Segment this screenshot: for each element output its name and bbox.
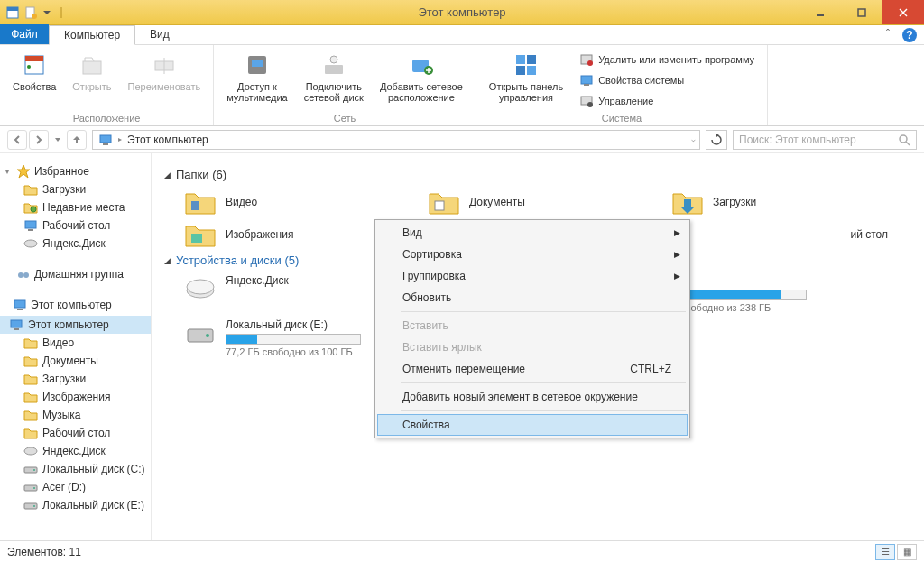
folder-desktop-partial[interactable]: ий стол: [671, 221, 888, 248]
ctx-group[interactable]: Группировка▶: [377, 265, 688, 287]
properties-qat-icon[interactable]: [5, 5, 20, 20]
sidebar-item-desktop[interactable]: Рабочий стол: [0, 217, 151, 235]
svg-point-30: [587, 102, 593, 107]
rename-icon: [150, 51, 179, 79]
search-icon[interactable]: [898, 134, 910, 146]
ctx-properties[interactable]: Свойства: [377, 414, 688, 436]
ctx-separator: [401, 311, 686, 312]
tab-computer[interactable]: Компьютер: [49, 25, 135, 45]
add-network-location-button[interactable]: Добавить сетевое расположение: [376, 49, 467, 105]
properties-button[interactable]: Свойства: [9, 49, 60, 94]
map-drive-label: Подключить сетевой диск: [304, 81, 364, 103]
svg-rect-24: [527, 66, 536, 75]
sidebar-item-downloads-pc[interactable]: Загрузки: [0, 370, 151, 388]
yandex-icon: [23, 444, 38, 458]
up-button[interactable]: [67, 130, 87, 150]
title-bar: Этот компьютер: [0, 0, 924, 25]
back-button[interactable]: [7, 130, 27, 150]
view-details-button[interactable]: ☰: [875, 544, 895, 560]
ctx-add-network[interactable]: Добавить новый элемент в сетевое окружен…: [377, 386, 688, 408]
homegroup-icon: [16, 267, 31, 281]
ctx-sort[interactable]: Сортировка▶: [377, 244, 688, 265]
open-button[interactable]: Открыть: [69, 49, 115, 94]
status-bar: Элементов: 11 ☰ ▦: [0, 540, 924, 562]
sidebar-item-videos[interactable]: Видео: [0, 334, 151, 352]
sidebar-item-drive-d[interactable]: Acer (D:): [0, 478, 151, 496]
folders-group-header[interactable]: ◢Папки (6): [164, 168, 911, 181]
sidebar-this-pc-selected[interactable]: Этот компьютер: [0, 316, 151, 334]
favorites-header[interactable]: ▾Избранное: [0, 162, 151, 180]
search-input[interactable]: Поиск: Этот компьютер: [733, 130, 917, 150]
drive-e-usage-bar: [226, 334, 361, 345]
maximize-button[interactable]: [841, 0, 882, 24]
map-drive-icon: [319, 51, 348, 79]
drive-e[interactable]: Локальный диск (E:) 77,2 ГБ свободно из …: [184, 318, 401, 357]
media-access-button[interactable]: Доступ к мультимедиа: [223, 49, 291, 105]
svg-point-40: [23, 272, 29, 278]
uninstall-program-link[interactable]: Удалить или изменить программу: [576, 51, 758, 69]
computer-icon: [98, 133, 113, 147]
ribbon-group-location: Свойства Открыть Переименовать Расположе…: [0, 45, 214, 125]
rename-button[interactable]: Переименовать: [125, 49, 205, 94]
tab-file[interactable]: Файл: [0, 24, 49, 44]
folder-documents[interactable]: Документы: [428, 189, 644, 216]
properties-label: Свойства: [13, 81, 56, 92]
drive-yandex[interactable]: Яндекс.Диск: [184, 274, 401, 313]
sidebar-item-music[interactable]: Музыка: [0, 406, 151, 424]
svg-rect-6: [858, 9, 865, 16]
drive-d-partial[interactable]: D:) Б свободно из 238 ГБ: [671, 274, 888, 313]
sidebar-item-desktop-pc[interactable]: Рабочий стол: [0, 424, 151, 442]
system-properties-link[interactable]: Свойства системы: [576, 71, 758, 89]
refresh-button[interactable]: [706, 130, 727, 150]
new-qat-icon[interactable]: [23, 5, 38, 20]
tab-view[interactable]: Вид: [135, 24, 184, 44]
svg-point-18: [330, 56, 337, 63]
folder-downloads[interactable]: Загрузки: [671, 189, 888, 216]
close-button[interactable]: [882, 0, 924, 24]
homegroup-header[interactable]: Домашняя группа: [0, 265, 151, 283]
forward-button[interactable]: [29, 130, 49, 150]
svg-point-38: [24, 240, 37, 247]
svg-rect-31: [100, 135, 111, 143]
breadcrumb-this-pc[interactable]: Этот компьютер: [127, 134, 208, 146]
this-pc-header[interactable]: Этот компьютер: [0, 296, 151, 314]
map-drive-button[interactable]: Подключить сетевой диск: [300, 49, 367, 105]
qat-dropdown-icon[interactable]: [42, 5, 56, 20]
sidebar-item-downloads[interactable]: Загрузки: [0, 180, 151, 198]
sidebar-item-yandex-disk-fav[interactable]: Яндекс.Диск: [0, 235, 151, 253]
sidebar-item-documents[interactable]: Документы: [0, 352, 151, 370]
sidebar-item-drive-c[interactable]: Локальный диск (C:): [0, 460, 151, 478]
sidebar-item-pictures[interactable]: Изображения: [0, 388, 151, 406]
folder-pictures[interactable]: Изображения: [184, 221, 401, 248]
folder-video[interactable]: Видео: [184, 189, 401, 216]
ctx-undo-move[interactable]: Отменить перемещениеCTRL+Z: [377, 358, 688, 380]
control-panel-button[interactable]: Открыть панель управления: [485, 49, 567, 105]
address-dropdown-icon[interactable]: ⌵: [691, 135, 696, 143]
recent-dropdown[interactable]: [51, 130, 65, 150]
sidebar-item-drive-e[interactable]: Локальный диск (E:): [0, 496, 151, 514]
folder-icon: [23, 182, 38, 197]
svg-point-26: [587, 60, 593, 66]
ctx-refresh[interactable]: Обновить: [377, 287, 688, 309]
drive-icon: [23, 462, 38, 476]
manage-link[interactable]: Управление: [576, 92, 758, 110]
minimize-button[interactable]: [799, 0, 841, 24]
computer-icon: [9, 318, 23, 332]
svg-point-58: [206, 334, 209, 337]
folder-icon: [184, 189, 217, 216]
group-system-label: Система: [485, 113, 758, 124]
help-icon[interactable]: ?: [902, 28, 917, 42]
ribbon-tabs: Файл Компьютер Вид ˆ ?: [0, 25, 924, 45]
collapse-ribbon-icon[interactable]: ˆ: [882, 28, 893, 42]
address-bar[interactable]: ▸ Этот компьютер ⌵: [92, 130, 700, 150]
svg-rect-1: [7, 7, 18, 11]
sidebar-item-yandex-disk[interactable]: Яндекс.Диск: [0, 442, 151, 460]
window-title: Этот компьютер: [418, 5, 505, 19]
rename-label: Переименовать: [128, 81, 201, 92]
svg-rect-53: [435, 201, 444, 210]
sidebar-item-recent[interactable]: Недавние места: [0, 198, 151, 217]
ctx-view[interactable]: Вид▶: [377, 222, 688, 244]
drive-icon: [23, 498, 38, 512]
breadcrumb-separator-icon[interactable]: ▸: [118, 135, 122, 143]
view-tiles-button[interactable]: ▦: [897, 544, 917, 560]
